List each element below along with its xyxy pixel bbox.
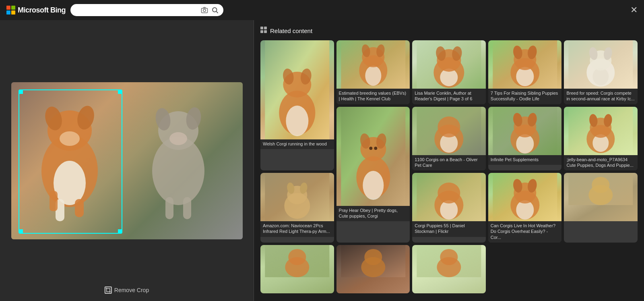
crop-corner-br[interactable] (118, 229, 122, 233)
svg-point-60 (369, 147, 372, 150)
crop-corner-bl[interactable] (19, 229, 23, 233)
thumb-svg-small1 (564, 173, 638, 205)
svg-line-3 (216, 11, 218, 13)
header: Microsoft Bing ✕ (0, 0, 644, 20)
logo-sq-yellow (11, 10, 15, 15)
grid-item-small4[interactable] (412, 245, 486, 293)
svg-point-17 (169, 132, 187, 145)
search-bar[interactable] (70, 4, 223, 16)
svg-point-86 (438, 183, 460, 203)
thumb-corgi-jelly (564, 107, 638, 155)
svg-point-61 (374, 147, 377, 150)
svg-point-56 (363, 171, 384, 200)
svg-rect-19 (183, 197, 191, 219)
svg-point-1 (203, 9, 206, 12)
svg-point-5 (54, 161, 86, 205)
svg-point-95 (592, 177, 610, 193)
thumb-svg-jelly (564, 107, 638, 155)
bing-logo-text: Microsoft Bing (18, 6, 66, 15)
related-header: Related content (260, 27, 638, 35)
label-corgi-infpet: Infinite Pet Supplements (488, 155, 562, 165)
search-input[interactable] (75, 7, 198, 14)
svg-point-104 (440, 249, 458, 265)
camera-icon (201, 6, 208, 14)
grid-item-corgi-1100[interactable]: 1100 Corgis on a Beach - Oliver Pet Care (412, 107, 486, 171)
grid-icon-svg (260, 27, 267, 33)
label-corgi-pray: Pray Hear Obey | Pretty dogs, Cute puppi… (336, 206, 410, 222)
grid-item-corgi-hot[interactable]: Can Corgis Live In Hot Weather? Do Corgi… (488, 173, 562, 243)
close-button[interactable]: ✕ (630, 6, 638, 15)
thumb-svg-face (412, 40, 486, 89)
logo-sq-blue (6, 10, 10, 15)
thumb-svg-small4 (412, 245, 486, 277)
left-panel: Remove Crop (0, 20, 254, 301)
grid-item-corgi-face[interactable]: Lisa Marie Conklin, Author at Reader's D… (412, 40, 486, 104)
label-corgi-speed: Breed for speed: Corgis compete in secon… (564, 89, 638, 104)
main-image (11, 82, 243, 239)
grid-item-corgi-jelly[interactable]: ;jelly-bean-and-moto_P7A9634 Cute Puppie… (564, 107, 638, 171)
svg-point-26 (286, 106, 308, 136)
search-icon (211, 6, 219, 14)
thumb-corgi-puppies55 (412, 173, 486, 221)
grid-item-small3[interactable] (336, 245, 410, 293)
thumb-svg-small2 (260, 245, 334, 277)
main-image-container (11, 82, 243, 239)
thumb-svg-1100 (412, 107, 486, 155)
image-grid: Welsh Corgi running in the wood (260, 40, 638, 293)
thumb-small3 (336, 245, 410, 293)
grid-item-corgi-amazon[interactable]: Amazon.com: Naviocean 2Pcs Infrared Red … (260, 173, 334, 243)
label-corgi-face: Lisa Marie Conklin, Author at Reader's D… (412, 89, 486, 104)
grid-item-corgi-pray[interactable]: Pray Hear Obey | Pretty dogs, Cute puppi… (336, 107, 410, 243)
thumb-svg-pray (336, 107, 410, 206)
thumb-svg-amazon (260, 173, 334, 221)
thumb-small4 (412, 245, 486, 293)
thumb-small1 (564, 173, 638, 221)
corgi-left-silhouette (27, 90, 112, 227)
svg-rect-11 (75, 199, 84, 217)
thumb-svg-small3 (336, 245, 410, 277)
thumb-svg-puppies55 (412, 173, 486, 221)
thumb-svg-ebv (336, 40, 410, 89)
grid-item-small2[interactable] (260, 245, 334, 293)
crop-icon-svg (105, 287, 111, 293)
svg-rect-12 (50, 191, 58, 211)
remove-crop-button[interactable]: Remove Crop (105, 286, 149, 294)
label-corgi-hot: Can Corgis Live In Hot Weather? Do Corgi… (488, 221, 562, 243)
bing-logo: Microsoft Bing (6, 6, 66, 15)
svg-point-65 (438, 116, 460, 137)
grid-item-corgi-ebv[interactable]: Estimated breeding values (EBVs) | Healt… (336, 40, 410, 104)
crop-corner-tr[interactable] (118, 90, 122, 94)
thumb-corgi-speed (564, 40, 638, 89)
microsoft-logo (6, 6, 15, 15)
svg-point-101 (364, 249, 382, 265)
search-button[interactable] (211, 6, 219, 14)
crop-corner-tl[interactable] (19, 90, 23, 94)
visual-search-button[interactable] (201, 6, 208, 14)
grid-icon (260, 27, 267, 35)
svg-rect-18 (165, 197, 173, 219)
thumb-corgi-pray (336, 107, 410, 206)
label-corgi-wood: Welsh Corgi running in the wood (260, 139, 334, 149)
grid-item-corgi-oodle[interactable]: 7 Tips For Raising Sibling Puppies Succe… (488, 40, 562, 104)
svg-point-9 (60, 131, 80, 146)
thumb-corgi-infpet (488, 107, 562, 155)
grid-item-small1[interactable] (564, 173, 638, 243)
grid-item-corgi-speed[interactable]: Breed for speed: Corgis compete in secon… (564, 40, 638, 104)
label-corgi-oodle: 7 Tips For Raising Sibling Puppies Succe… (488, 89, 562, 104)
grid-item-corgi-puppies55[interactable]: Corgi Puppies 55 | Daniel Stockman | Fli… (412, 173, 486, 243)
thumb-small2 (260, 245, 334, 293)
main-content: Remove Crop Related content (0, 20, 644, 301)
remove-crop-label: Remove Crop (114, 287, 149, 293)
svg-rect-23 (264, 30, 267, 33)
svg-point-98 (288, 249, 306, 265)
svg-rect-21 (264, 27, 267, 29)
grid-item-corgi-wood[interactable]: Welsh Corgi running in the wood (260, 40, 334, 170)
svg-rect-22 (260, 30, 263, 33)
crop-icon (105, 286, 112, 294)
thumb-svg-oodle (488, 40, 562, 89)
logo-sq-green (11, 6, 15, 10)
grid-item-corgi-infpet[interactable]: Infinite Pet Supplements (488, 107, 562, 171)
right-panel[interactable]: Related content (254, 20, 644, 301)
label-corgi-ebv: Estimated breeding values (EBVs) | Healt… (336, 89, 410, 104)
label-corgi-puppies55: Corgi Puppies 55 | Daniel Stockman | Fli… (412, 221, 486, 237)
